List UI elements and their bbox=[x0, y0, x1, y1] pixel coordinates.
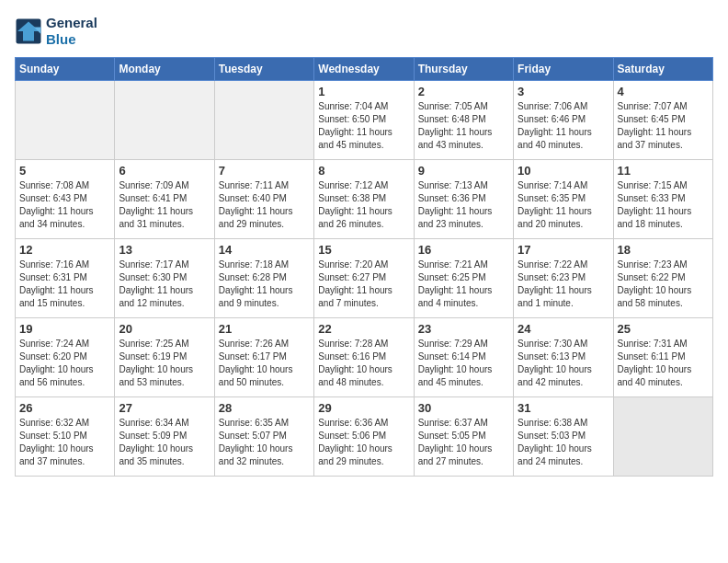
day-number: 27 bbox=[119, 401, 210, 415]
day-info: Sunrise: 7:31 AMSunset: 6:11 PMDaylight:… bbox=[618, 338, 709, 389]
day-number: 13 bbox=[119, 243, 210, 257]
calendar-table: SundayMondayTuesdayWednesdayThursdayFrid… bbox=[15, 57, 713, 477]
day-number: 12 bbox=[19, 243, 110, 257]
calendar-cell: 24Sunrise: 7:30 AMSunset: 6:13 PMDayligh… bbox=[514, 318, 613, 397]
day-info: Sunrise: 7:12 AMSunset: 6:38 PMDaylight:… bbox=[318, 179, 409, 231]
calendar-cell: 11Sunrise: 7:15 AMSunset: 6:33 PMDayligh… bbox=[613, 160, 712, 239]
calendar-cell: 26Sunrise: 6:32 AMSunset: 5:10 PMDayligh… bbox=[16, 397, 115, 477]
day-number: 9 bbox=[418, 164, 509, 178]
day-number: 26 bbox=[19, 401, 110, 415]
day-number: 10 bbox=[518, 164, 609, 178]
day-number: 31 bbox=[518, 401, 609, 415]
weekday-header-row: SundayMondayTuesdayWednesdayThursdayFrid… bbox=[16, 58, 713, 81]
day-number: 11 bbox=[618, 164, 709, 178]
calendar-cell: 29Sunrise: 6:36 AMSunset: 5:06 PMDayligh… bbox=[314, 397, 414, 477]
weekday-header-tuesday: Tuesday bbox=[214, 58, 313, 81]
calendar-cell bbox=[613, 397, 712, 477]
weekday-header-saturday: Saturday bbox=[613, 58, 712, 81]
day-info: Sunrise: 7:11 AMSunset: 6:40 PMDaylight:… bbox=[219, 179, 310, 231]
calendar-cell: 9Sunrise: 7:13 AMSunset: 6:36 PMDaylight… bbox=[414, 160, 513, 239]
calendar-cell: 23Sunrise: 7:29 AMSunset: 6:14 PMDayligh… bbox=[414, 318, 513, 397]
day-info: Sunrise: 6:35 AMSunset: 5:07 PMDaylight:… bbox=[219, 417, 310, 468]
day-info: Sunrise: 7:25 AMSunset: 6:19 PMDaylight:… bbox=[119, 338, 210, 389]
day-info: Sunrise: 7:15 AMSunset: 6:33 PMDaylight:… bbox=[618, 179, 709, 231]
calendar-cell: 16Sunrise: 7:21 AMSunset: 6:25 PMDayligh… bbox=[414, 239, 513, 318]
day-number: 15 bbox=[318, 243, 409, 257]
day-info: Sunrise: 6:32 AMSunset: 5:10 PMDaylight:… bbox=[19, 417, 110, 468]
day-number: 1 bbox=[318, 85, 409, 98]
calendar-cell: 21Sunrise: 7:26 AMSunset: 6:17 PMDayligh… bbox=[214, 318, 313, 397]
day-info: Sunrise: 7:26 AMSunset: 6:17 PMDaylight:… bbox=[219, 338, 310, 389]
weekday-header-thursday: Thursday bbox=[414, 58, 513, 81]
day-number: 17 bbox=[518, 243, 609, 257]
calendar-cell: 17Sunrise: 7:22 AMSunset: 6:23 PMDayligh… bbox=[514, 239, 613, 318]
day-number: 4 bbox=[618, 85, 709, 98]
day-info: Sunrise: 7:29 AMSunset: 6:14 PMDaylight:… bbox=[418, 338, 509, 389]
day-info: Sunrise: 6:38 AMSunset: 5:03 PMDaylight:… bbox=[518, 417, 609, 468]
calendar-cell bbox=[16, 81, 115, 160]
day-info: Sunrise: 7:09 AMSunset: 6:41 PMDaylight:… bbox=[119, 179, 210, 231]
day-number: 5 bbox=[19, 164, 110, 178]
day-info: Sunrise: 7:04 AMSunset: 6:50 PMDaylight:… bbox=[318, 100, 409, 152]
calendar-week-3: 12Sunrise: 7:16 AMSunset: 6:31 PMDayligh… bbox=[16, 239, 713, 318]
calendar-cell bbox=[214, 81, 313, 160]
day-number: 29 bbox=[318, 401, 409, 415]
calendar-cell: 25Sunrise: 7:31 AMSunset: 6:11 PMDayligh… bbox=[613, 318, 712, 397]
day-number: 6 bbox=[119, 164, 210, 178]
day-number: 22 bbox=[318, 322, 409, 336]
calendar-cell bbox=[115, 81, 214, 160]
day-number: 16 bbox=[418, 243, 509, 257]
calendar-cell: 28Sunrise: 6:35 AMSunset: 5:07 PMDayligh… bbox=[214, 397, 313, 477]
calendar-week-4: 19Sunrise: 7:24 AMSunset: 6:20 PMDayligh… bbox=[16, 318, 713, 397]
calendar-cell: 14Sunrise: 7:18 AMSunset: 6:28 PMDayligh… bbox=[214, 239, 313, 318]
calendar-cell: 10Sunrise: 7:14 AMSunset: 6:35 PMDayligh… bbox=[514, 160, 613, 239]
calendar-cell: 4Sunrise: 7:07 AMSunset: 6:45 PMDaylight… bbox=[613, 81, 712, 160]
calendar-cell: 7Sunrise: 7:11 AMSunset: 6:40 PMDaylight… bbox=[214, 160, 313, 239]
weekday-header-friday: Friday bbox=[514, 58, 613, 81]
day-info: Sunrise: 7:22 AMSunset: 6:23 PMDaylight:… bbox=[518, 259, 609, 310]
day-info: Sunrise: 7:14 AMSunset: 6:35 PMDaylight:… bbox=[518, 179, 609, 231]
day-info: Sunrise: 7:07 AMSunset: 6:45 PMDaylight:… bbox=[618, 100, 709, 152]
day-number: 23 bbox=[418, 322, 509, 336]
weekday-header-monday: Monday bbox=[115, 58, 214, 81]
day-number: 28 bbox=[219, 401, 310, 415]
calendar-week-1: 1Sunrise: 7:04 AMSunset: 6:50 PMDaylight… bbox=[16, 81, 713, 160]
day-number: 7 bbox=[219, 164, 310, 178]
calendar-cell: 2Sunrise: 7:05 AMSunset: 6:48 PMDaylight… bbox=[414, 81, 513, 160]
day-info: Sunrise: 7:18 AMSunset: 6:28 PMDaylight:… bbox=[219, 259, 310, 310]
day-info: Sunrise: 7:13 AMSunset: 6:36 PMDaylight:… bbox=[418, 179, 509, 231]
calendar-cell: 1Sunrise: 7:04 AMSunset: 6:50 PMDaylight… bbox=[314, 81, 414, 160]
day-number: 14 bbox=[219, 243, 310, 257]
day-number: 19 bbox=[19, 322, 110, 336]
day-info: Sunrise: 7:24 AMSunset: 6:20 PMDaylight:… bbox=[19, 338, 110, 389]
weekday-header-wednesday: Wednesday bbox=[314, 58, 414, 81]
calendar-cell: 12Sunrise: 7:16 AMSunset: 6:31 PMDayligh… bbox=[16, 239, 115, 318]
day-number: 30 bbox=[418, 401, 509, 415]
logo-icon bbox=[15, 17, 42, 45]
logo-text: General Blue bbox=[46, 15, 97, 48]
day-info: Sunrise: 6:34 AMSunset: 5:09 PMDaylight:… bbox=[119, 417, 210, 468]
weekday-header-sunday: Sunday bbox=[16, 58, 115, 81]
calendar-cell: 8Sunrise: 7:12 AMSunset: 6:38 PMDaylight… bbox=[314, 160, 414, 239]
calendar-cell: 3Sunrise: 7:06 AMSunset: 6:46 PMDaylight… bbox=[514, 81, 613, 160]
calendar-cell: 20Sunrise: 7:25 AMSunset: 6:19 PMDayligh… bbox=[115, 318, 214, 397]
day-number: 3 bbox=[518, 85, 609, 98]
day-info: Sunrise: 7:08 AMSunset: 6:43 PMDaylight:… bbox=[19, 179, 110, 231]
calendar-cell: 15Sunrise: 7:20 AMSunset: 6:27 PMDayligh… bbox=[314, 239, 414, 318]
calendar-cell: 19Sunrise: 7:24 AMSunset: 6:20 PMDayligh… bbox=[16, 318, 115, 397]
calendar-cell: 6Sunrise: 7:09 AMSunset: 6:41 PMDaylight… bbox=[115, 160, 214, 239]
day-info: Sunrise: 7:30 AMSunset: 6:13 PMDaylight:… bbox=[518, 338, 609, 389]
day-number: 20 bbox=[119, 322, 210, 336]
day-info: Sunrise: 7:21 AMSunset: 6:25 PMDaylight:… bbox=[418, 259, 509, 310]
page-header: General Blue bbox=[15, 15, 713, 48]
calendar-week-2: 5Sunrise: 7:08 AMSunset: 6:43 PMDaylight… bbox=[16, 160, 713, 239]
calendar-cell: 27Sunrise: 6:34 AMSunset: 5:09 PMDayligh… bbox=[115, 397, 214, 477]
calendar-cell: 13Sunrise: 7:17 AMSunset: 6:30 PMDayligh… bbox=[115, 239, 214, 318]
day-info: Sunrise: 7:16 AMSunset: 6:31 PMDaylight:… bbox=[19, 259, 110, 310]
calendar-cell: 18Sunrise: 7:23 AMSunset: 6:22 PMDayligh… bbox=[613, 239, 712, 318]
day-number: 8 bbox=[318, 164, 409, 178]
day-info: Sunrise: 7:28 AMSunset: 6:16 PMDaylight:… bbox=[318, 338, 409, 389]
day-number: 25 bbox=[618, 322, 709, 336]
day-number: 24 bbox=[518, 322, 609, 336]
calendar-cell: 22Sunrise: 7:28 AMSunset: 6:16 PMDayligh… bbox=[314, 318, 414, 397]
